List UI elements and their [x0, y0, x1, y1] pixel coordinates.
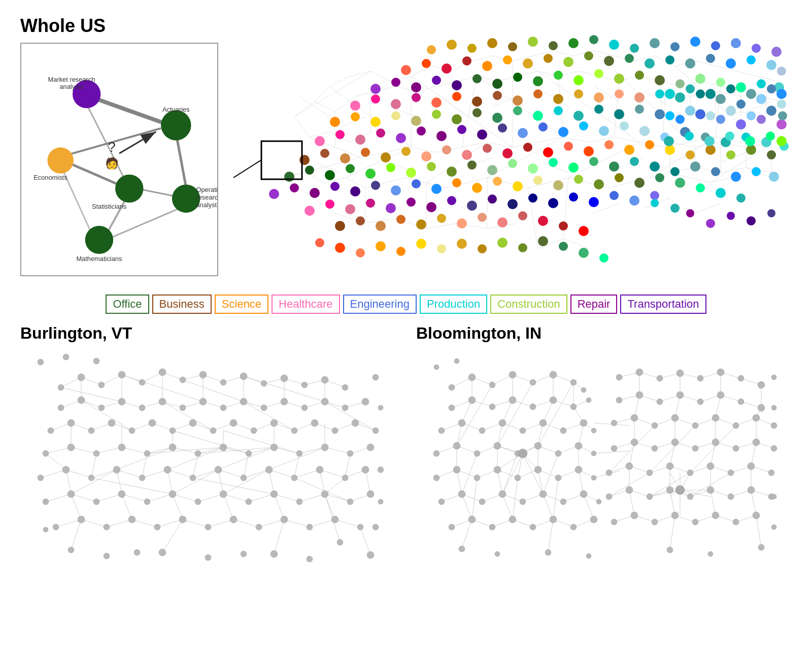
svg-point-759 [373, 374, 379, 380]
svg-line-570 [294, 470, 320, 478]
svg-line-564 [142, 470, 167, 478]
svg-point-994 [591, 475, 596, 480]
svg-point-1070 [733, 519, 739, 525]
svg-point-415 [507, 199, 518, 209]
svg-line-932 [462, 519, 472, 549]
svg-point-267 [431, 97, 442, 108]
svg-point-440 [396, 247, 405, 256]
svg-line-623 [91, 478, 173, 494]
svg-line-544 [122, 447, 147, 453]
svg-point-642 [139, 379, 145, 385]
svg-point-756 [378, 499, 383, 504]
svg-point-976 [591, 428, 596, 433]
svg-point-464 [778, 111, 787, 120]
svg-point-374 [650, 161, 660, 172]
svg-point-1047 [626, 463, 633, 470]
svg-point-298 [594, 105, 603, 114]
svg-point-228 [523, 58, 533, 69]
svg-point-309 [335, 130, 345, 139]
svg-line-582 [96, 494, 122, 502]
svg-point-382 [290, 183, 299, 192]
svg-point-381 [269, 189, 279, 199]
svg-line-839 [538, 382, 573, 446]
svg-line-118 [710, 178, 731, 183]
svg-point-670 [67, 419, 75, 427]
svg-point-362 [406, 168, 416, 178]
svg-point-1052 [728, 470, 734, 476]
svg-line-533 [61, 387, 122, 402]
svg-line-825 [579, 470, 584, 494]
svg-point-231 [584, 51, 593, 60]
svg-line-576 [193, 453, 198, 478]
svg-point-719 [169, 491, 176, 498]
svg-point-224 [442, 63, 452, 74]
svg-point-733 [179, 516, 186, 523]
svg-point-343 [523, 143, 532, 152]
svg-point-747 [270, 550, 278, 558]
legend-healthcare: Healthcare [272, 295, 340, 314]
legend-production: Production [420, 295, 487, 314]
svg-point-250 [533, 76, 543, 86]
svg-point-471 [776, 136, 787, 146]
svg-point-968 [438, 428, 445, 434]
svg-point-650 [301, 382, 308, 388]
svg-line-824 [538, 470, 543, 494]
svg-line-567 [218, 470, 244, 478]
svg-point-416 [528, 193, 537, 203]
svg-point-645 [199, 371, 207, 378]
svg-line-585 [173, 494, 198, 502]
svg-point-474 [727, 212, 735, 220]
svg-point-973 [539, 419, 547, 427]
svg-point-1071 [753, 512, 760, 519]
svg-line-589 [274, 494, 299, 502]
svg-line-38 [370, 71, 391, 81]
svg-point-651 [321, 376, 328, 383]
diagram-box: ? 🧑 Market research analysts Actuaries E… [20, 43, 218, 276]
svg-line-569 [269, 470, 294, 478]
svg-point-339 [442, 145, 451, 154]
svg-point-243 [391, 78, 400, 87]
svg-line-102 [386, 178, 406, 183]
svg-point-400 [655, 173, 664, 182]
svg-point-436 [315, 238, 324, 247]
svg-line-89 [563, 137, 589, 142]
svg-point-684 [352, 419, 359, 427]
svg-point-222 [401, 65, 411, 75]
svg-point-1038 [631, 439, 638, 446]
svg-point-261 [757, 79, 766, 88]
svg-point-972 [520, 428, 526, 434]
svg-point-674 [149, 419, 156, 427]
svg-point-995 [438, 499, 445, 505]
svg-point-739 [331, 516, 339, 523]
svg-point-210 [549, 41, 558, 50]
svg-point-711 [316, 466, 323, 473]
svg-point-977 [433, 450, 439, 456]
svg-point-664 [281, 398, 288, 405]
svg-point-355 [767, 150, 776, 159]
burlington-network [20, 347, 396, 565]
svg-line-113 [609, 183, 629, 188]
svg-point-659 [180, 405, 186, 411]
svg-point-335 [361, 148, 370, 157]
svg-point-282 [736, 100, 746, 109]
svg-point-249 [513, 73, 522, 82]
svg-line-950 [502, 453, 523, 494]
svg-point-443 [457, 239, 467, 249]
svg-line-579 [345, 453, 350, 478]
svg-point-406 [325, 200, 334, 209]
svg-line-622 [360, 527, 370, 555]
svg-line-575 [142, 453, 147, 478]
svg-point-1031 [671, 414, 679, 421]
svg-point-367 [508, 159, 517, 168]
svg-point-686 [43, 450, 49, 456]
svg-line-56 [736, 71, 756, 76]
svg-point-279 [675, 92, 685, 103]
svg-point-305 [736, 119, 746, 129]
svg-line-845 [553, 478, 558, 519]
svg-point-961 [468, 397, 476, 404]
svg-line-822 [457, 470, 462, 494]
svg-point-675 [170, 428, 176, 434]
svg-line-184 [299, 96, 330, 117]
legend-transportation: Transportation [620, 295, 706, 314]
svg-point-462 [747, 111, 756, 120]
